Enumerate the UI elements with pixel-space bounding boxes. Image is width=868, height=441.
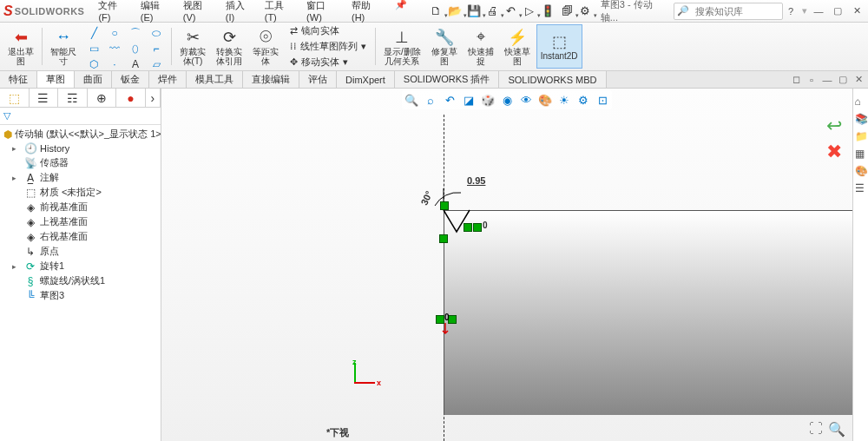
relation-symbol[interactable]	[440, 201, 449, 210]
tree-root[interactable]: ⬢ 传动轴 (默认<<默认>_显示状态 1>)	[2, 127, 159, 142]
tab-feature[interactable]: 特征	[0, 71, 37, 88]
pattern-button[interactable]: ⁞⁞线性草图阵列 ▾	[288, 39, 368, 54]
settings-view-icon[interactable]: ⚙	[575, 92, 591, 108]
confirm-cancel-icon[interactable]: ✖	[826, 141, 842, 163]
tab-mbd[interactable]: SOLIDWORKS MBD	[499, 71, 606, 88]
offset-button[interactable]: ⦾ 等距实 体	[248, 24, 283, 69]
text-tool-icon[interactable]: A	[126, 57, 145, 71]
fm-config-tab-icon[interactable]: ☶	[58, 89, 88, 107]
tree-material[interactable]: ⬚ 材质 <未指定>	[2, 185, 159, 200]
help-icon[interactable]: ?	[783, 4, 799, 18]
minimize-icon[interactable]: —	[811, 4, 826, 18]
tab-direct[interactable]: 直接编辑	[243, 71, 299, 88]
exit-sketch-button[interactable]: ⬅ 退出草 图	[3, 24, 38, 69]
tree-annotations[interactable]: ▸ A̲ 注解	[2, 170, 159, 185]
expand-icon[interactable]: ▸	[12, 144, 21, 153]
scene-icon[interactable]: ☀	[556, 92, 572, 108]
line-tool-icon[interactable]: ╱	[84, 26, 103, 40]
confirm-ok-icon[interactable]: ↩	[826, 115, 842, 137]
zoom-area-icon[interactable]: ⌕	[423, 92, 438, 108]
tree-front-plane[interactable]: ◈ 前视基准面	[2, 200, 159, 214]
zoom-fit-icon[interactable]: 🔍	[404, 92, 419, 108]
smart-dimension-button[interactable]: ↔ 智能尺 寸	[46, 24, 81, 69]
fit-icon[interactable]: 🔍	[828, 421, 845, 438]
menu-tools[interactable]: 工具(T)	[260, 0, 299, 26]
tree-origin[interactable]: ↳ 原点	[2, 244, 159, 259]
search-box[interactable]: 🔎	[674, 3, 783, 20]
instant2d-button[interactable]: ⬚ Instant2D	[536, 24, 582, 69]
ellipse-tool-icon[interactable]: ⬯	[126, 42, 145, 56]
mirror-button[interactable]: ⇄镜向实体	[288, 23, 368, 38]
tree-top-plane[interactable]: ◈ 上视基准面	[2, 214, 159, 229]
tab-mold[interactable]: 模具工具	[187, 71, 243, 88]
library-icon[interactable]: 📚	[855, 113, 867, 125]
convert-button[interactable]: ⟳ 转换实 体引用	[212, 24, 247, 69]
menu-view[interactable]: 视图(V)	[178, 0, 219, 26]
graphics-area[interactable]: 🔍 ⌕ ↶ ◪ 🎲 ◉ 👁 🎨 ☀ ⚙ ⊡ ↩ ✖ 0.95 30° 0	[161, 89, 852, 441]
fm-property-tab-icon[interactable]: ☰	[30, 89, 59, 107]
slot-tool-icon[interactable]: ⬭	[147, 26, 166, 40]
relation-symbol[interactable]	[439, 234, 448, 243]
explorer-icon[interactable]: 📁	[855, 130, 867, 142]
display-style-icon[interactable]: ◉	[499, 92, 515, 108]
fm-display-tab-icon[interactable]: ⊕	[88, 89, 117, 107]
tree-right-plane[interactable]: ◈ 右视基准面	[2, 229, 159, 244]
relation-symbol[interactable]	[473, 223, 482, 232]
rect-tool-icon[interactable]: ▭	[84, 42, 103, 56]
maximize-icon[interactable]: ▢	[830, 4, 845, 18]
tab-sketch[interactable]: 草图	[37, 71, 75, 88]
fm-expand-icon[interactable]: ›	[146, 89, 161, 107]
spline-tool-icon[interactable]: 〰	[105, 42, 124, 56]
tab-surface[interactable]: 曲面	[75, 71, 112, 88]
tree-sensors[interactable]: 📡 传感器	[2, 155, 159, 170]
tab-plugins[interactable]: SOLIDWORKS 插件	[395, 71, 500, 88]
polygon-tool-icon[interactable]: ⬡	[84, 57, 103, 71]
fillet-tool-icon[interactable]: ⌐	[147, 42, 166, 56]
relations-button[interactable]: ⊥ 显示/删除 几何关系	[379, 24, 425, 69]
prev-view-icon[interactable]: ↶	[442, 92, 457, 108]
point-tool-icon[interactable]: ·	[105, 57, 124, 71]
menu-file[interactable]: 文件(F)	[93, 0, 133, 26]
trim-button[interactable]: ✂ 剪裁实 体(T)	[175, 24, 210, 69]
custom-props-icon[interactable]: ☰	[855, 182, 867, 194]
tab-sheet[interactable]: 钣金	[112, 71, 149, 88]
menu-edit[interactable]: 编辑(E)	[135, 0, 176, 26]
view-palette-icon[interactable]: ▦	[855, 148, 867, 160]
doc-max-icon[interactable]: ▢	[837, 74, 849, 86]
relation-symbol[interactable]	[464, 223, 472, 232]
select-icon[interactable]: ▷	[523, 4, 536, 18]
tree-sketch3[interactable]: ╚ 草图3	[2, 288, 159, 303]
menu-help[interactable]: 帮助(H)	[346, 0, 388, 26]
fm-appearance-tab-icon[interactable]: ●	[116, 89, 146, 107]
arc-tool-icon[interactable]: ⌒	[126, 26, 145, 40]
fm-tree-tab-icon[interactable]: ⬚	[0, 89, 30, 107]
expand-icon[interactable]: ▸	[12, 262, 21, 271]
move-button[interactable]: ✥移动实体 ▾	[288, 55, 368, 69]
search-input[interactable]	[692, 6, 782, 16]
undo-icon[interactable]: ↶	[504, 4, 517, 18]
tab-eval[interactable]: 评估	[299, 71, 337, 88]
filter-bar[interactable]: ▽	[0, 108, 161, 125]
open-icon[interactable]: 📂	[448, 4, 462, 18]
section-icon[interactable]: ◪	[461, 92, 477, 108]
expand-icon[interactable]: ▸	[12, 174, 21, 182]
orient-icon[interactable]: 🎲	[480, 92, 496, 108]
appearance-icon[interactable]: 🎨	[537, 92, 553, 108]
snapshot-icon[interactable]: ⊡	[595, 92, 610, 108]
print-icon[interactable]: 🖨	[486, 4, 499, 18]
appearance-pane-icon[interactable]: 🎨	[855, 165, 867, 177]
zoom-control-icon[interactable]: ⛶	[809, 421, 823, 438]
new-doc-icon[interactable]: 🗋	[430, 4, 443, 18]
doc-prev-icon[interactable]: ◻	[790, 74, 802, 86]
tab-weld[interactable]: 焊件	[149, 71, 187, 88]
resources-icon[interactable]: ⌂	[855, 95, 867, 108]
quicksnap-button[interactable]: ⌖ 快速捕 捉	[464, 24, 498, 69]
menu-insert[interactable]: 插入(I)	[220, 0, 258, 26]
rapid-sketch-button[interactable]: ⚡ 快速草 图	[500, 24, 535, 69]
settings-icon[interactable]: ⚙	[579, 4, 592, 18]
circle-tool-icon[interactable]: ○	[105, 26, 124, 40]
tab-dimxpert[interactable]: DimXpert	[337, 71, 395, 88]
doc-next-icon[interactable]: ▫	[806, 74, 818, 86]
doc-close-icon[interactable]: ✕	[852, 74, 865, 86]
rebuild-icon[interactable]: 🚦	[541, 4, 555, 18]
